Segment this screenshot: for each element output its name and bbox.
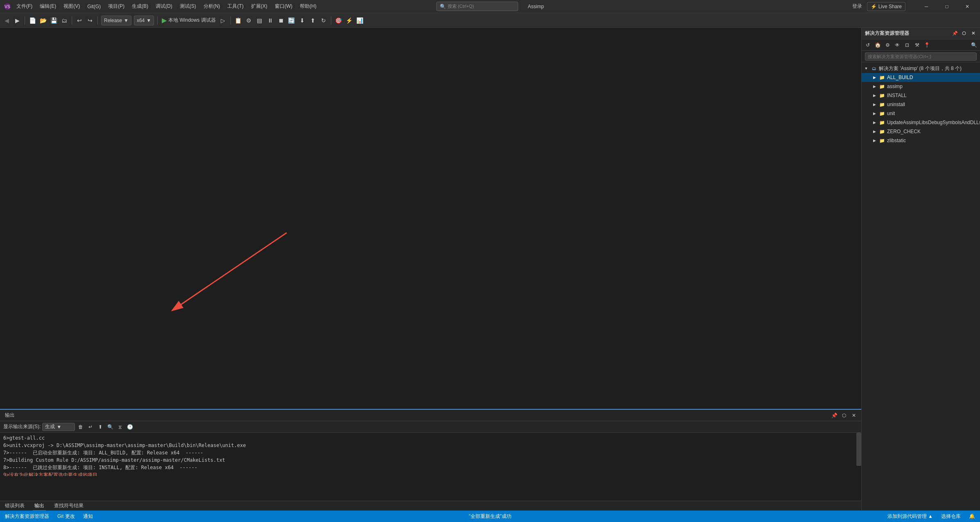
back-button[interactable]: ◀: [2, 16, 11, 25]
search-box[interactable]: 🔍 搜索 (Ctrl+Q): [436, 2, 518, 11]
collapse-button[interactable]: ⊡: [903, 41, 912, 50]
updateassimp-expand-icon: ▶: [871, 120, 877, 125]
configuration-dropdown[interactable]: Release ▼: [101, 16, 131, 25]
clock-button[interactable]: 🕐: [126, 423, 134, 431]
toolbar-btn-15[interactable]: 📊: [355, 16, 365, 25]
bell-icon[interactable]: 🔔: [967, 513, 977, 519]
svg-text:VS: VS: [5, 5, 10, 9]
menu-build[interactable]: 生成(B): [129, 1, 152, 11]
tree-item-updateassimp[interactable]: ▶ 📁 UpdateAssimpLibsDebugSymbolsAndDLLs: [862, 118, 980, 127]
uninstall-icon: 📁: [879, 101, 885, 108]
menu-test[interactable]: 测试(S): [177, 1, 199, 11]
bottom-tabs-bar: 错误列表 输出 查找符号结果: [0, 501, 861, 511]
toolbar-btn-11[interactable]: ⬆: [308, 16, 318, 25]
menu-file[interactable]: 文件(F): [13, 1, 36, 11]
menu-edit[interactable]: 编辑(E): [36, 1, 59, 11]
close-panel-button[interactable]: ✕: [850, 411, 858, 420]
minimize-button[interactable]: ─: [917, 0, 936, 13]
toolbar-btn-7[interactable]: ⏸: [265, 16, 275, 25]
sidebar-close-button[interactable]: ✕: [969, 30, 977, 37]
sync-button[interactable]: ↺: [863, 41, 872, 50]
close-button[interactable]: ✕: [958, 0, 977, 13]
wrap-output-button[interactable]: ↵: [86, 423, 95, 431]
live-share-button[interactable]: ⚡ Live Share: [867, 2, 905, 11]
tree-item-unit[interactable]: ▶ 📁 unit: [862, 109, 980, 118]
toolbar-btn-14[interactable]: ⚡: [344, 16, 354, 25]
uninstall-label: uninstall: [887, 102, 978, 107]
menu-git[interactable]: Git(G): [84, 2, 104, 11]
maximize-button[interactable]: □: [937, 0, 956, 13]
select-repo[interactable]: 选择仓库: [939, 513, 962, 520]
redo-button[interactable]: ↪: [85, 16, 95, 25]
output-scrollbar-thumb[interactable]: [856, 433, 861, 466]
tree-item-allbuild[interactable]: ▶ 📁 ALL_BUILD: [862, 73, 980, 82]
home-button[interactable]: 🏠: [873, 41, 882, 50]
menu-view[interactable]: 视图(V): [60, 1, 83, 11]
menu-window[interactable]: 窗口(W): [272, 1, 296, 11]
status-git-changes[interactable]: Git 更改: [56, 513, 77, 520]
filter-tb-button[interactable]: ⚙: [883, 41, 892, 50]
sidebar-float-button[interactable]: ⬡: [960, 30, 968, 37]
source-dropdown[interactable]: 生成 ▼: [42, 423, 75, 431]
menu-tools[interactable]: 工具(T): [224, 1, 247, 11]
add-source-control[interactable]: 添加到源代码管理 ▲: [886, 513, 935, 520]
pin-tb-button[interactable]: 📍: [922, 41, 931, 50]
code-editor[interactable]: [0, 28, 861, 408]
pin-button[interactable]: 📌: [830, 411, 838, 420]
toolbar-btn-10[interactable]: ⬇: [297, 16, 307, 25]
clear-output-button[interactable]: 🗑: [77, 423, 85, 431]
tree-item-install[interactable]: ▶ 📁 INSTALL: [862, 91, 980, 100]
find-button[interactable]: 🔍: [106, 423, 114, 431]
menu-bar: 文件(F) 编辑(E) 视图(V) Git(G) 项目(P) 生成(B) 调试(…: [13, 1, 849, 11]
menu-debug[interactable]: 调试(D): [152, 1, 176, 11]
open-file-button[interactable]: 📂: [38, 16, 48, 25]
forward-button[interactable]: ▶: [12, 16, 22, 25]
save-button[interactable]: 💾: [49, 16, 59, 25]
sidebar-search-input[interactable]: [865, 52, 977, 61]
toolbar-btn-8[interactable]: ⏹: [276, 16, 286, 25]
menu-project[interactable]: 项目(P): [105, 1, 128, 11]
continue-button[interactable]: ▷: [218, 16, 228, 25]
search-icon: 🔍: [440, 4, 446, 9]
app-logo: VS: [3, 2, 11, 11]
toolbar-btn-6[interactable]: ▤: [255, 16, 265, 25]
undo-button[interactable]: ↩: [75, 16, 84, 25]
toolbar-btn-13[interactable]: 🎯: [334, 16, 344, 25]
find-symbols-tab[interactable]: 查找符号结果: [52, 502, 85, 510]
properties-tb-button[interactable]: ⚒: [912, 41, 921, 50]
run-label: 本地 Windows 调试器: [168, 17, 215, 24]
run-button[interactable]: ▶ 本地 Windows 调试器: [160, 16, 217, 24]
tree-item-zerocheck[interactable]: ▶ 📁 ZERO_CHECK: [862, 127, 980, 136]
properties-button[interactable]: ⚙: [244, 16, 254, 25]
tree-item-zlibstatic[interactable]: ▶ 📁 zlibstatic: [862, 136, 980, 145]
show-all-button[interactable]: 👁: [893, 41, 902, 50]
unit-expand-icon: ▶: [871, 111, 877, 116]
search-sidebar-button[interactable]: 🔍: [969, 41, 978, 50]
title-bar: VS 文件(F) 编辑(E) 视图(V) Git(G) 项目(P) 生成(B) …: [0, 0, 980, 13]
toolbar-btn-9[interactable]: 🔄: [287, 16, 296, 25]
sidebar-pin-button[interactable]: 📌: [951, 30, 959, 37]
new-file-button[interactable]: 📄: [27, 16, 37, 25]
status-notifications[interactable]: 通知: [81, 513, 95, 520]
save-all-button[interactable]: 🗂: [59, 16, 69, 25]
output-tab-bottom[interactable]: 输出: [33, 502, 46, 511]
platform-dropdown[interactable]: x64 ▼: [134, 16, 154, 25]
output-scrollbar-track[interactable]: [856, 433, 861, 499]
tree-item-uninstall[interactable]: ▶ 📁 uninstall: [862, 100, 980, 109]
filter-button[interactable]: ⧖: [116, 423, 124, 431]
error-list-tab[interactable]: 错误列表: [3, 502, 26, 510]
menu-analyze[interactable]: 分析(N): [200, 1, 224, 11]
float-button[interactable]: ⬡: [840, 411, 848, 420]
output-content[interactable]: 6>gtest-all.cc 6>unit.vcxproj -> D:\ASSI…: [0, 433, 861, 476]
output-tab[interactable]: 输出: [3, 412, 16, 419]
status-solution-explorer[interactable]: 解决方案资源管理器: [3, 513, 51, 520]
solution-explorer-button[interactable]: 📋: [233, 16, 243, 25]
assimp-icon: 📁: [879, 83, 885, 90]
scroll-lock-button[interactable]: ⬆: [96, 423, 104, 431]
login-label[interactable]: 登录: [852, 3, 862, 10]
solution-root-item[interactable]: ▼ 🗂 解决方案 'Assimp' (8 个项目，共 8 个): [862, 64, 980, 73]
menu-extensions[interactable]: 扩展(X): [248, 1, 271, 11]
toolbar-btn-12[interactable]: ↻: [319, 16, 328, 25]
tree-item-assimp[interactable]: ▶ 📁 assimp: [862, 82, 980, 91]
menu-help[interactable]: 帮助(H): [296, 1, 320, 11]
